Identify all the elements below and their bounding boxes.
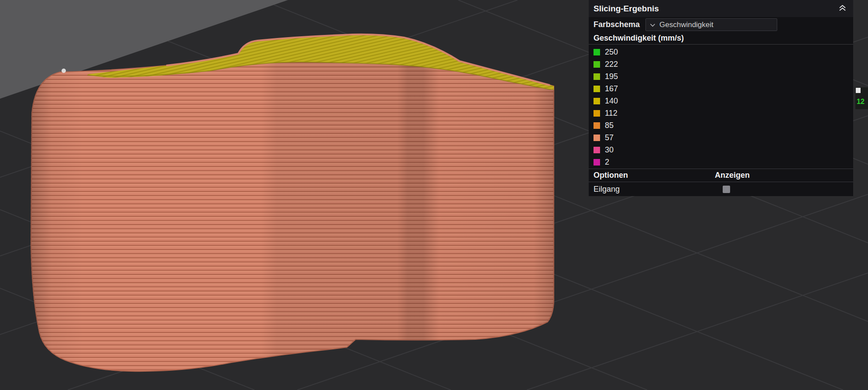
chevron-double-up-icon	[839, 4, 846, 14]
legend-value: 57	[605, 133, 614, 142]
legend-item: 2	[589, 156, 853, 168]
layer-slider-handle[interactable]	[856, 88, 861, 93]
collapse-panel-button[interactable]	[837, 4, 847, 13]
legend-swatch	[594, 61, 600, 68]
sliced-model	[26, 24, 559, 378]
legend-swatch	[594, 49, 600, 55]
legend-item: 140	[589, 95, 853, 107]
legend-swatch	[594, 110, 600, 117]
legend-swatch	[594, 122, 600, 129]
option-label: Eilgang	[594, 185, 620, 194]
legend-swatch	[594, 147, 600, 153]
legend-value: 140	[605, 97, 618, 106]
color-scheme-row: Farbschema Geschwindigkeit	[589, 17, 853, 32]
legend-value: 30	[605, 145, 614, 155]
legend-item: 222	[589, 58, 853, 70]
legend-value: 222	[605, 60, 618, 69]
speed-legend: 250 222 195 167 140 112	[589, 45, 853, 169]
legend-title: Geschwindigkeit (mm/s)	[589, 32, 853, 45]
legend-item: 112	[589, 107, 853, 119]
color-scheme-label: Farbschema	[594, 20, 640, 29]
options-header: Optionen Anzeigen	[589, 169, 853, 182]
options-header-left: Optionen	[589, 171, 715, 180]
legend-item: 167	[589, 83, 853, 95]
legend-value: 195	[605, 72, 618, 81]
option-row-travel: Eilgang	[589, 182, 853, 196]
legend-value: 85	[605, 121, 614, 130]
slicing-result-panel: Slicing-Ergebnis Farbschema Geschwi	[589, 0, 853, 196]
legend-swatch	[594, 98, 600, 104]
panel-header: Slicing-Ergebnis	[589, 0, 853, 17]
legend-swatch	[594, 73, 600, 80]
legend-item: 250	[589, 46, 853, 58]
legend-value: 167	[605, 84, 618, 93]
seam-marker	[62, 69, 66, 73]
color-scheme-selected: Geschwindigkeit	[659, 21, 714, 29]
travel-visibility-checkbox[interactable]	[723, 186, 730, 193]
legend-swatch	[594, 159, 600, 166]
legend-swatch	[594, 135, 600, 141]
layer-indicator-value: 12	[857, 98, 865, 106]
app-window: Slicing-Ergebnis Farbschema Geschwi	[0, 0, 868, 390]
legend-item: 57	[589, 131, 853, 144]
legend-item: 30	[589, 144, 853, 156]
layer-slider-indicator: 12	[855, 87, 868, 109]
options-header-right: Anzeigen	[715, 171, 750, 180]
legend-value: 2	[605, 158, 609, 167]
panel-title: Slicing-Ergebnis	[594, 4, 659, 14]
legend-item: 195	[589, 70, 853, 83]
legend-item: 85	[589, 119, 853, 131]
legend-swatch	[594, 86, 600, 92]
legend-value: 250	[605, 48, 618, 57]
chevron-down-icon	[650, 21, 655, 29]
color-scheme-dropdown[interactable]: Geschwindigkeit	[645, 18, 777, 31]
legend-value: 112	[605, 109, 618, 118]
